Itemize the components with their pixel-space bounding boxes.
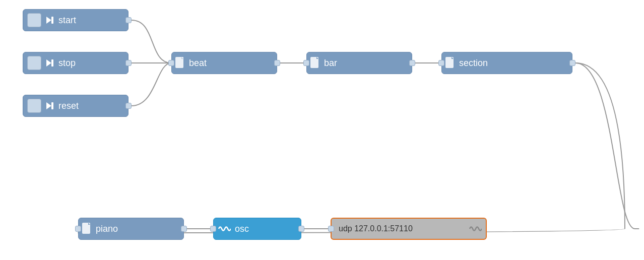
udp-label: udp 127.0.0.1:57110 (332, 224, 465, 233)
stop-port-right[interactable] (125, 60, 132, 66)
piano-label: piano (96, 224, 183, 234)
bar-port-left[interactable] (303, 60, 309, 66)
beat-node[interactable]: beat (171, 52, 277, 74)
bar-node[interactable]: bar (306, 52, 412, 74)
start-arrow-icon (44, 15, 55, 26)
udp-node[interactable]: udp 127.0.0.1:57110 (331, 218, 487, 240)
start-checkbox[interactable] (27, 13, 41, 27)
svg-rect-1 (51, 17, 53, 24)
start-node[interactable]: start (23, 9, 128, 31)
beat-label: beat (189, 58, 277, 69)
section-port-left[interactable] (438, 60, 444, 66)
osc-node[interactable]: osc (213, 218, 301, 240)
reset-arrow-icon (44, 100, 55, 111)
reset-label: reset (58, 101, 128, 111)
section-node[interactable]: section (441, 52, 572, 74)
osc-label: osc (235, 224, 301, 234)
bar-label: bar (324, 58, 412, 69)
stop-node[interactable]: stop (23, 52, 128, 74)
stop-arrow-icon (44, 57, 55, 69)
svg-marker-0 (46, 17, 51, 24)
start-port-right[interactable] (125, 17, 132, 23)
svg-rect-3 (51, 59, 53, 67)
start-label: start (58, 15, 128, 26)
beat-port-right[interactable] (274, 60, 280, 66)
reset-checkbox[interactable] (27, 99, 41, 113)
osc-wave-icon (218, 223, 231, 234)
piano-node[interactable]: piano (78, 218, 184, 240)
svg-rect-8 (181, 57, 183, 59)
piano-port-left[interactable] (75, 226, 81, 232)
section-doc-icon (445, 56, 456, 70)
piano-port-right[interactable] (181, 226, 187, 232)
svg-marker-2 (46, 59, 51, 67)
reset-port-right[interactable] (125, 103, 132, 109)
bar-doc-icon (310, 56, 321, 70)
osc-port-right[interactable] (298, 226, 304, 232)
piano-doc-icon (82, 222, 93, 235)
beat-doc-icon (175, 56, 186, 70)
udp-wave-icon (469, 223, 482, 234)
section-port-right[interactable] (569, 60, 575, 66)
udp-port-left[interactable] (328, 226, 334, 232)
stop-label: stop (58, 58, 128, 69)
reset-node[interactable]: reset (23, 95, 128, 117)
svg-rect-5 (51, 102, 53, 109)
beat-port-left[interactable] (168, 60, 174, 66)
osc-port-left[interactable] (210, 226, 216, 232)
section-label: section (459, 58, 572, 69)
stop-checkbox[interactable] (27, 56, 41, 70)
bar-port-right[interactable] (409, 60, 415, 66)
svg-marker-4 (46, 102, 51, 109)
